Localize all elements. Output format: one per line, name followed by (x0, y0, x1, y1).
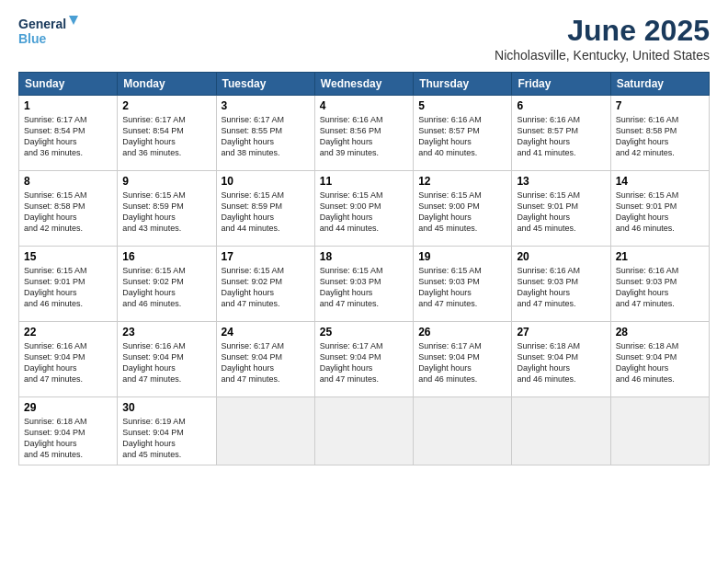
table-row: 1Sunrise: 6:17 AMSunset: 8:54 PMDaylight… (19, 96, 118, 171)
table-row: 14Sunrise: 6:15 AMSunset: 9:01 PMDayligh… (610, 171, 709, 247)
logo-svg: General Blue (18, 14, 83, 51)
table-row: 17Sunrise: 6:15 AMSunset: 9:02 PMDayligh… (216, 247, 314, 322)
table-row: 16Sunrise: 6:15 AMSunset: 9:02 PMDayligh… (118, 247, 216, 322)
table-row (314, 397, 413, 465)
table-row: 19Sunrise: 6:15 AMSunset: 9:03 PMDayligh… (414, 247, 512, 322)
table-row: 13Sunrise: 6:15 AMSunset: 9:01 PMDayligh… (512, 171, 610, 247)
logo: General Blue (18, 14, 83, 51)
title-block: June 2025 Nicholasville, Kentucky, Unite… (495, 14, 710, 63)
calendar-table: Sunday Monday Tuesday Wednesday Thursday… (18, 72, 710, 465)
table-row: 11Sunrise: 6:15 AMSunset: 9:00 PMDayligh… (314, 171, 413, 247)
col-saturday: Saturday (610, 73, 709, 96)
svg-text:Blue: Blue (18, 31, 47, 46)
month-title: June 2025 (495, 14, 710, 48)
table-row: 24Sunrise: 6:17 AMSunset: 9:04 PMDayligh… (216, 322, 314, 397)
table-row: 18Sunrise: 6:15 AMSunset: 9:03 PMDayligh… (314, 247, 413, 322)
calendar-header-row: Sunday Monday Tuesday Wednesday Thursday… (19, 73, 710, 96)
table-row: 29Sunrise: 6:18 AMSunset: 9:04 PMDayligh… (19, 397, 118, 465)
table-row: 30Sunrise: 6:19 AMSunset: 9:04 PMDayligh… (118, 397, 216, 465)
table-row (414, 397, 512, 465)
table-row: 25Sunrise: 6:17 AMSunset: 9:04 PMDayligh… (314, 322, 413, 397)
svg-text:General: General (18, 17, 66, 31)
table-row: 23Sunrise: 6:16 AMSunset: 9:04 PMDayligh… (118, 322, 216, 397)
table-row: 26Sunrise: 6:17 AMSunset: 9:04 PMDayligh… (414, 322, 512, 397)
table-row: 27Sunrise: 6:18 AMSunset: 9:04 PMDayligh… (512, 322, 610, 397)
col-thursday: Thursday (414, 73, 512, 96)
table-row: 20Sunrise: 6:16 AMSunset: 9:03 PMDayligh… (512, 247, 610, 322)
table-row (610, 397, 709, 465)
table-row: 5Sunrise: 6:16 AMSunset: 8:57 PMDaylight… (414, 96, 512, 171)
col-wednesday: Wednesday (314, 73, 413, 96)
table-row: 7Sunrise: 6:16 AMSunset: 8:58 PMDaylight… (610, 96, 709, 171)
table-row: 3Sunrise: 6:17 AMSunset: 8:55 PMDaylight… (216, 96, 314, 171)
col-sunday: Sunday (19, 73, 118, 96)
table-row (512, 397, 610, 465)
svg-marker-1 (69, 16, 78, 25)
table-row: 6Sunrise: 6:16 AMSunset: 8:57 PMDaylight… (512, 96, 610, 171)
table-row (216, 397, 314, 465)
table-row: 10Sunrise: 6:15 AMSunset: 8:59 PMDayligh… (216, 171, 314, 247)
table-row: 2Sunrise: 6:17 AMSunset: 8:54 PMDaylight… (118, 96, 216, 171)
col-tuesday: Tuesday (216, 73, 314, 96)
table-row: 15Sunrise: 6:15 AMSunset: 9:01 PMDayligh… (19, 247, 118, 322)
table-row: 28Sunrise: 6:18 AMSunset: 9:04 PMDayligh… (610, 322, 709, 397)
header: General Blue June 2025 Nicholasville, Ke… (18, 14, 710, 63)
page: General Blue June 2025 Nicholasville, Ke… (0, 0, 728, 563)
table-row: 21Sunrise: 6:16 AMSunset: 9:03 PMDayligh… (610, 247, 709, 322)
col-friday: Friday (512, 73, 610, 96)
table-row: 8Sunrise: 6:15 AMSunset: 8:58 PMDaylight… (19, 171, 118, 247)
table-row: 9Sunrise: 6:15 AMSunset: 8:59 PMDaylight… (118, 171, 216, 247)
table-row: 22Sunrise: 6:16 AMSunset: 9:04 PMDayligh… (19, 322, 118, 397)
location: Nicholasville, Kentucky, United States (495, 48, 710, 63)
col-monday: Monday (118, 73, 216, 96)
table-row: 12Sunrise: 6:15 AMSunset: 9:00 PMDayligh… (414, 171, 512, 247)
table-row: 4Sunrise: 6:16 AMSunset: 8:56 PMDaylight… (314, 96, 413, 171)
